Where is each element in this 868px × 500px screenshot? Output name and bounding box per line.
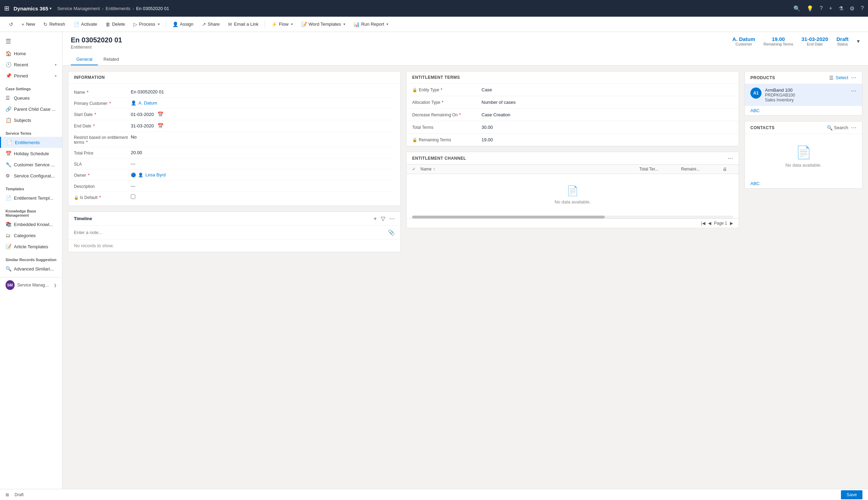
- sidebar-item-entitlement-templ[interactable]: 📄 Entitlement Templ...: [0, 192, 62, 203]
- channel-total-col[interactable]: Total Ter...: [639, 167, 681, 172]
- assign-icon: 👤: [172, 22, 178, 27]
- sidebar-item-parent-child[interactable]: 🔗 Parent Child Case ...: [0, 103, 62, 115]
- question-icon[interactable]: ?: [820, 5, 823, 11]
- field-end-date-value[interactable]: 31-03-2020 📅: [129, 122, 395, 129]
- channel-print-col[interactable]: 🖨: [723, 167, 733, 172]
- sidebar-item-queues[interactable]: ☰ Queues: [0, 92, 62, 103]
- share-button[interactable]: ↗ Share: [198, 20, 223, 28]
- products-select-button[interactable]: Select: [836, 75, 848, 80]
- ent-value-decrease-remaining[interactable]: Case Creation: [482, 112, 733, 117]
- flow-button[interactable]: ⚡ Flow ▾: [268, 20, 296, 28]
- sidebar-label-service-config: Service Configurat...: [14, 173, 57, 178]
- sidebar-user-chevron[interactable]: ❯: [54, 283, 57, 287]
- waffle-icon[interactable]: ⊞: [4, 5, 9, 12]
- activate-button[interactable]: 📄 Activate: [70, 20, 101, 28]
- field-sla-value[interactable]: ---: [129, 160, 395, 167]
- ent-value-allocation-type[interactable]: Number of cases: [482, 100, 733, 105]
- channel-prev-icon[interactable]: ◀: [708, 221, 711, 226]
- tab-related[interactable]: Related: [98, 54, 125, 65]
- filter-icon[interactable]: ⚗: [839, 5, 843, 12]
- sidebar-item-customer-service[interactable]: 🔧 Customer Service ...: [0, 159, 62, 170]
- field-start-date-value[interactable]: 01-03-2020 📅: [129, 111, 395, 118]
- word-templates-button[interactable]: 📝 Word Templates ▾: [298, 20, 349, 28]
- field-name-value[interactable]: En 03052020 01: [129, 89, 395, 95]
- sidebar-item-advanced-similar[interactable]: 🔍 Advanced Similari...: [0, 263, 62, 274]
- customer-name[interactable]: A. Datum: [138, 100, 157, 106]
- record-meta-expand-icon[interactable]: ▾: [857, 38, 860, 44]
- breadcrumb: Service Management › Entitlements › En 0…: [57, 6, 169, 11]
- ent-value-total-terms[interactable]: 30.00: [482, 125, 733, 130]
- owner-name[interactable]: Lesa Byrd: [145, 172, 166, 177]
- delete-button[interactable]: 🗑 Delete: [102, 20, 129, 28]
- settings-icon[interactable]: ⚙: [850, 5, 854, 12]
- sidebar-label-pinned: Pinned: [14, 73, 52, 78]
- field-primary-customer-value[interactable]: 👤 A. Datum: [129, 100, 395, 106]
- lightbulb-icon[interactable]: 💡: [807, 5, 814, 12]
- sidebar-item-pinned[interactable]: 📌 Pinned ▾: [0, 70, 62, 81]
- field-restrict-value[interactable]: No: [129, 134, 395, 140]
- sidebar-item-categories[interactable]: 🗂 Categories: [0, 230, 62, 241]
- history-button[interactable]: ↺: [6, 20, 17, 28]
- new-button[interactable]: + New: [18, 20, 39, 28]
- contacts-search-text[interactable]: Search: [834, 125, 848, 130]
- status-bar-expand-icon[interactable]: ⊞: [6, 492, 9, 497]
- channel-table-header: ✓ Name ↑ Total Ter... Remaini... 🖨: [407, 164, 739, 174]
- field-total-price-value[interactable]: 20.00: [129, 149, 395, 156]
- user-avatar: SM: [6, 280, 15, 290]
- contacts-abc[interactable]: ABC: [745, 179, 862, 188]
- channel-name-col[interactable]: Name ↑: [420, 167, 639, 172]
- hamburger-menu[interactable]: ☰: [0, 35, 62, 48]
- ent-value-entity-type[interactable]: Case: [482, 87, 733, 92]
- timeline-note-input[interactable]: [74, 230, 388, 235]
- channel-scrollbar[interactable]: [412, 216, 733, 218]
- channel-first-icon[interactable]: |◀: [701, 221, 705, 226]
- sidebar-item-entitlements[interactable]: 📄 Entitlements: [0, 137, 62, 148]
- field-description-value[interactable]: ---: [129, 183, 395, 189]
- sidebar-label-subjects: Subjects: [14, 118, 57, 123]
- field-is-default-value[interactable]: [129, 194, 395, 201]
- sidebar-item-holiday-schedule[interactable]: 📅 Holiday Schedule: [0, 148, 62, 159]
- sidebar-item-article-templates[interactable]: 📝 Article Templates: [0, 241, 62, 252]
- calendar-end-icon[interactable]: 📅: [158, 123, 163, 128]
- sidebar-item-service-config[interactable]: ⚙ Service Configurat...: [0, 170, 62, 181]
- timeline-add-icon[interactable]: +: [374, 216, 377, 222]
- products-more-icon[interactable]: ⋯: [851, 74, 857, 81]
- channel-more-icon[interactable]: ⋯: [727, 155, 733, 161]
- sidebar-item-home[interactable]: 🏠 Home: [0, 48, 62, 59]
- search-icon[interactable]: 🔍: [793, 5, 800, 12]
- breadcrumb-service-management[interactable]: Service Management: [57, 6, 100, 11]
- ent-value-remaining-terms[interactable]: 19.00: [482, 137, 733, 142]
- sidebar-item-subjects[interactable]: 📋 Subjects: [0, 115, 62, 126]
- field-owner-value[interactable]: 🔵 👤 Lesa Byrd: [129, 172, 395, 178]
- ent-label-total-terms: Total Terms: [412, 125, 482, 130]
- field-end-date-label: End Date *: [74, 122, 129, 128]
- tab-general[interactable]: General: [71, 54, 98, 65]
- calendar-start-icon[interactable]: 📅: [158, 111, 163, 117]
- products-abc[interactable]: ABC: [745, 106, 862, 115]
- product-more-icon[interactable]: ⋯: [851, 88, 857, 94]
- report-icon: 📊: [354, 22, 359, 27]
- contacts-more-icon[interactable]: ⋯: [851, 124, 857, 131]
- app-chevron-icon[interactable]: ▾: [50, 6, 52, 11]
- process-button[interactable]: ▷ Process ▾: [130, 20, 163, 28]
- timeline-filter-icon[interactable]: ▽: [381, 215, 385, 222]
- help-icon[interactable]: ?: [861, 5, 864, 11]
- assign-button[interactable]: 👤 Assign: [169, 20, 197, 28]
- channel-remain-col[interactable]: Remaini...: [681, 167, 723, 172]
- channel-next-icon[interactable]: ▶: [730, 221, 733, 226]
- sidebar-item-embedded-knowl[interactable]: 📚 Embedded Knowl...: [0, 219, 62, 230]
- refresh-button[interactable]: ↻ Refresh: [40, 20, 69, 28]
- entitlement-channel-card: ENTITLEMENT CHANNEL ⋯ ✓ Name ↑ Total Ter…: [406, 152, 739, 228]
- breadcrumb-entitlements[interactable]: Entitlements: [105, 6, 130, 11]
- contacts-search-icon[interactable]: 🔍: [827, 125, 833, 131]
- email-link-button[interactable]: ✉ Email a Link: [224, 20, 262, 28]
- is-default-checkbox[interactable]: [131, 194, 135, 199]
- save-button[interactable]: Save: [841, 490, 862, 499]
- meta-customer-value[interactable]: A. Datum: [732, 36, 755, 42]
- timeline-more-icon[interactable]: ⋯: [389, 215, 395, 222]
- process-icon: ▷: [134, 22, 137, 27]
- attachment-icon[interactable]: 📎: [388, 229, 395, 236]
- plus-icon[interactable]: +: [829, 5, 832, 11]
- run-report-button[interactable]: 📊 Run Report ▾: [350, 20, 392, 28]
- sidebar-item-recent[interactable]: 🕐 Recent ▾: [0, 59, 62, 70]
